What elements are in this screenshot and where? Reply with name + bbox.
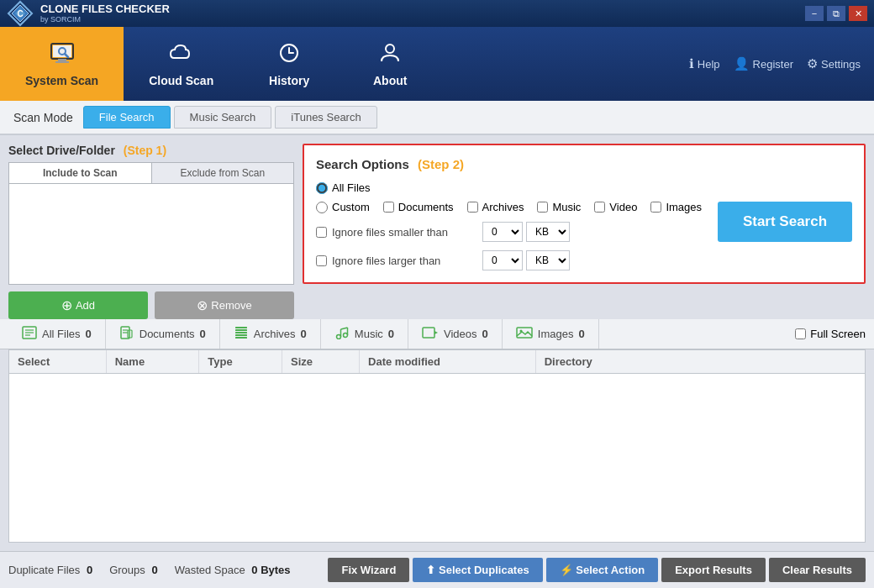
results-tab-music[interactable]: Music 0 <box>321 319 408 349</box>
restore-button[interactable]: ⧉ <box>827 6 845 21</box>
toolbar-nav: System Scan Cloud Scan History <box>0 27 440 101</box>
nav-item-history[interactable]: History <box>239 27 340 101</box>
ignore-larger-checkbox[interactable] <box>316 255 327 266</box>
fullscreen-toggle[interactable]: Full Screen <box>795 328 866 340</box>
fix-wizard-button[interactable]: Fix Wizard <box>328 558 409 582</box>
archives-checkbox[interactable] <box>467 202 478 213</box>
fullscreen-checkbox[interactable] <box>795 328 806 339</box>
images-option[interactable]: Images <box>650 201 702 213</box>
include-tab-button[interactable]: Include to Scan <box>9 163 152 183</box>
images-checkbox[interactable] <box>650 202 661 213</box>
drive-buttons-row: ⊕ Add ⊗ Remove <box>8 291 294 319</box>
ignore-smaller-checkbox[interactable] <box>316 227 327 238</box>
music-checkbox[interactable] <box>537 202 548 213</box>
archives-option[interactable]: Archives <box>467 201 524 213</box>
music-tab-label: Music <box>355 328 383 340</box>
documents-option[interactable]: Documents <box>383 201 454 213</box>
search-options-inner: All Files Custom Documents <box>316 181 852 270</box>
cloud-scan-icon <box>167 41 196 71</box>
clear-results-button[interactable]: Clear Results <box>769 558 866 582</box>
register-button[interactable]: 👤 Register <box>734 56 793 71</box>
archives-label: Archives <box>482 201 524 213</box>
music-option[interactable]: Music <box>537 201 581 213</box>
all-files-option[interactable]: All Files <box>316 181 371 194</box>
results-tab-archives[interactable]: Archives 0 <box>220 319 321 349</box>
larger-value-group: 0 1510 KBMBGB <box>482 250 570 270</box>
exclude-tab-button[interactable]: Exclude from Scan <box>152 163 294 183</box>
results-tab-images[interactable]: Images 0 <box>503 319 599 349</box>
app-subtitle: by SORCIM <box>40 15 170 24</box>
svg-rect-23 <box>235 329 247 331</box>
export-results-button[interactable]: Export Results <box>661 558 766 582</box>
results-tab-all-files[interactable]: All Files 0 <box>8 319 106 349</box>
file-type-row-2: Custom Documents Archives <box>316 201 704 213</box>
select-dup-label: Select Duplicates <box>439 564 529 576</box>
close-button[interactable]: ✕ <box>849 6 867 21</box>
svg-point-13 <box>386 45 394 53</box>
video-option[interactable]: Video <box>594 201 637 213</box>
video-checkbox[interactable] <box>594 202 605 213</box>
scanmode-bar: Scan Mode File Search Music Search iTune… <box>0 101 874 135</box>
select-action-button[interactable]: ⚡ Select Action <box>546 558 659 582</box>
select-duplicates-button[interactable]: ⬆ Select Duplicates <box>413 558 542 582</box>
settings-button[interactable]: ⚙ Settings <box>807 56 861 71</box>
svg-rect-7 <box>55 61 69 63</box>
add-button[interactable]: ⊕ Add <box>8 291 148 319</box>
start-search-button[interactable]: Start Search <box>718 202 852 242</box>
larger-unit-select[interactable]: KBMBGB <box>526 250 570 270</box>
videos-tab-label: Videos <box>444 328 477 340</box>
tab-itunes-search[interactable]: iTunes Search <box>275 106 376 129</box>
results-table: Select Name Type Size Date modified Dire… <box>9 350 865 374</box>
documents-label: Documents <box>398 201 454 213</box>
images-label: Images <box>666 201 702 213</box>
add-label: Add <box>76 299 95 312</box>
right-panel: Search Options (Step 2) All Files <box>303 144 866 319</box>
custom-option[interactable]: Custom <box>316 201 370 213</box>
custom-radio[interactable] <box>316 202 328 213</box>
help-button[interactable]: ℹ Help <box>689 56 720 71</box>
toolbar: System Scan Cloud Scan History <box>0 27 874 101</box>
svg-rect-26 <box>235 337 247 339</box>
svg-rect-32 <box>423 328 434 338</box>
svg-rect-25 <box>235 334 247 336</box>
drives-list <box>8 184 294 285</box>
ignore-larger-row: Ignore files larger than 0 1510 KBMBGB <box>316 250 704 270</box>
tab-file-search[interactable]: File Search <box>83 106 171 129</box>
table-header: Select Name Type Size Date modified Dire… <box>9 350 865 374</box>
videos-count: 0 <box>482 328 488 340</box>
results-tab-documents[interactable]: Documents 0 <box>106 319 220 349</box>
search-options-box: Search Options (Step 2) All Files <box>303 144 866 284</box>
groups-status: Groups 0 <box>109 564 158 576</box>
documents-checkbox[interactable] <box>383 202 394 213</box>
smaller-unit-select[interactable]: KBMBGB <box>526 222 570 242</box>
documents-tab-icon <box>119 326 134 342</box>
tab-music-search[interactable]: Music Search <box>174 106 272 129</box>
larger-value-select[interactable]: 0 1510 <box>482 250 523 270</box>
custom-label: Custom <box>332 201 370 213</box>
minimize-button[interactable]: − <box>805 6 824 21</box>
ignore-smaller-label[interactable]: Ignore files smaller than <box>316 226 476 239</box>
file-type-row: All Files <box>316 181 704 194</box>
video-label: Video <box>609 201 637 213</box>
col-type: Type <box>199 350 282 374</box>
svg-text:C: C <box>17 9 23 18</box>
svg-rect-34 <box>517 328 532 338</box>
results-tab-videos[interactable]: Videos 0 <box>408 319 503 349</box>
results-table-container: Select Name Type Size Date modified Dire… <box>8 349 866 543</box>
groups-count: 0 <box>151 564 157 576</box>
videos-tab-icon <box>422 326 439 342</box>
smaller-value-select[interactable]: 0 1510 <box>482 222 523 242</box>
nav-item-cloud-scan[interactable]: Cloud Scan <box>124 27 239 101</box>
all-files-radio[interactable] <box>316 182 328 194</box>
svg-rect-24 <box>235 332 247 333</box>
history-icon <box>276 41 302 71</box>
nav-item-about[interactable]: About <box>340 27 440 101</box>
statusbar-buttons: Fix Wizard ⬆ Select Duplicates ⚡ Select … <box>328 558 866 582</box>
search-options-left: All Files Custom Documents <box>316 181 704 270</box>
remove-button[interactable]: ⊗ Remove <box>155 291 294 319</box>
ignore-larger-label[interactable]: Ignore files larger than <box>316 255 476 267</box>
music-count: 0 <box>388 328 394 340</box>
all-files-tab-icon <box>22 326 37 342</box>
settings-icon: ⚙ <box>807 56 818 71</box>
nav-item-system-scan[interactable]: System Scan <box>0 27 124 101</box>
